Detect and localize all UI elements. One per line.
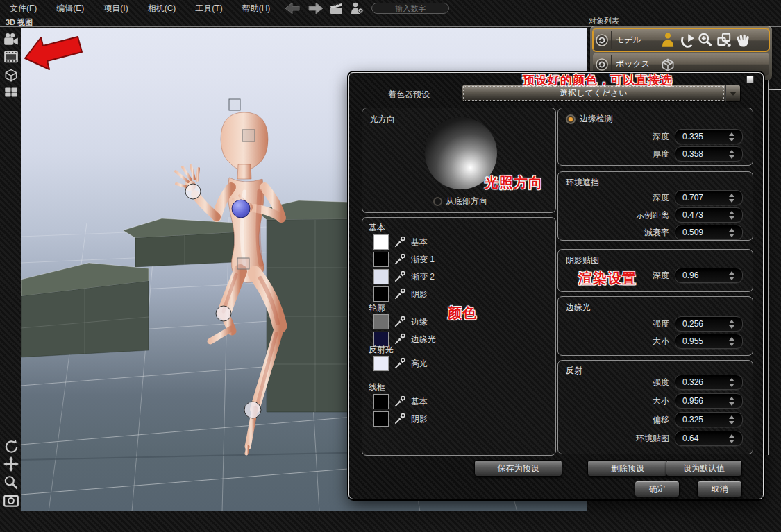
spin-up-icon[interactable] <box>729 132 734 136</box>
spinner[interactable] <box>729 194 739 203</box>
color-swatch[interactable] <box>373 314 389 329</box>
menu-help[interactable]: 帮助(H) <box>233 1 280 16</box>
movie-camera-icon[interactable] <box>3 31 19 48</box>
eyedropper-icon[interactable] <box>393 412 407 426</box>
spinner[interactable] <box>729 397 739 406</box>
color-swatch[interactable] <box>373 356 389 371</box>
spin-down-icon[interactable] <box>729 199 734 203</box>
number-field[interactable]: 0.956 <box>675 393 743 409</box>
spinner[interactable] <box>729 434 739 443</box>
spin-down-icon[interactable] <box>729 138 734 141</box>
spin-down-icon[interactable] <box>729 402 734 406</box>
dialog-close-button[interactable] <box>746 76 754 83</box>
number-field[interactable]: 0.358 <box>675 146 743 162</box>
spin-up-icon[interactable] <box>729 271 734 275</box>
radio-icon[interactable] <box>433 197 442 206</box>
forward-arrow-icon[interactable] <box>306 1 324 15</box>
number-field[interactable]: 0.707 <box>675 190 743 205</box>
number-field[interactable]: 0.335 <box>675 129 743 144</box>
spinner[interactable] <box>729 320 739 329</box>
spin-down-icon[interactable] <box>729 343 734 346</box>
visibility-toggle-icon[interactable] <box>595 33 609 47</box>
spinner[interactable] <box>729 211 739 220</box>
handle-square-forehead[interactable] <box>242 130 255 141</box>
number-field[interactable]: 0.96 <box>675 268 743 283</box>
clapperboard-icon[interactable] <box>328 1 345 15</box>
mannequin-figure[interactable] <box>176 112 281 454</box>
number-field[interactable]: 0.256 <box>675 316 743 332</box>
spin-down-icon[interactable] <box>729 325 734 329</box>
back-arrow-icon[interactable] <box>284 1 302 15</box>
film-strip-icon[interactable] <box>3 49 19 65</box>
eyedropper-icon[interactable] <box>393 235 407 249</box>
eyedropper-icon[interactable] <box>393 395 407 409</box>
delete-preset-button[interactable]: 删除预设 <box>587 460 668 477</box>
menu-project[interactable]: 项目(I) <box>94 1 137 16</box>
zoom-plus-icon[interactable] <box>696 32 714 49</box>
zoom-view-icon[interactable] <box>3 474 19 491</box>
spin-up-icon[interactable] <box>729 397 734 400</box>
save-preset-button[interactable]: 保存为预设 <box>474 460 562 477</box>
object-row-model[interactable]: モデル <box>593 28 769 51</box>
eyedropper-icon[interactable] <box>393 332 407 346</box>
handle-circle-knee[interactable] <box>216 306 231 321</box>
spin-up-icon[interactable] <box>729 228 734 232</box>
menu-file[interactable]: 文件(F) <box>0 1 47 16</box>
handle-square-pelvis[interactable] <box>237 258 249 269</box>
visibility-toggle-icon[interactable] <box>595 58 609 71</box>
ok-button[interactable]: 确定 <box>635 481 680 497</box>
number-field[interactable]: 0.325 <box>675 412 743 427</box>
box-cube-icon[interactable] <box>659 56 677 73</box>
number-field[interactable]: 0.955 <box>675 334 743 349</box>
cancel-button[interactable]: 取消 <box>697 481 742 497</box>
spin-down-icon[interactable] <box>729 216 734 220</box>
number-field[interactable]: 0.473 <box>675 207 743 223</box>
spin-up-icon[interactable] <box>729 194 734 197</box>
eyedropper-icon[interactable] <box>393 270 407 284</box>
handle-circle-ankle[interactable] <box>244 402 261 418</box>
color-swatch[interactable] <box>373 252 389 267</box>
color-swatch[interactable] <box>373 286 389 302</box>
hand-icon[interactable] <box>734 32 752 49</box>
spinner[interactable] <box>729 415 739 424</box>
cube-icon[interactable] <box>3 67 19 83</box>
spin-up-icon[interactable] <box>729 415 734 419</box>
eyedropper-icon[interactable] <box>393 315 407 329</box>
eyedropper-icon[interactable] <box>393 252 407 266</box>
spin-down-icon[interactable] <box>729 234 734 237</box>
spin-up-icon[interactable] <box>729 337 734 341</box>
spin-up-icon[interactable] <box>729 434 734 438</box>
spin-down-icon[interactable] <box>729 155 734 159</box>
spinner[interactable] <box>729 150 739 159</box>
menu-camera[interactable]: 相机(C) <box>138 1 186 16</box>
handle-circle-wrist[interactable] <box>185 184 201 199</box>
color-swatch[interactable] <box>373 269 389 284</box>
pan-view-icon[interactable] <box>3 456 19 472</box>
spinner[interactable] <box>729 228 739 237</box>
spin-up-icon[interactable] <box>729 150 734 153</box>
from-bottom-radio-row[interactable]: 从底部方向 <box>433 196 487 207</box>
color-swatch[interactable] <box>373 411 389 427</box>
number-input[interactable] <box>371 3 449 14</box>
spinner[interactable] <box>729 132 739 141</box>
spinner[interactable] <box>729 271 739 280</box>
menu-edit[interactable]: 编辑(E) <box>47 1 94 16</box>
eyedropper-icon[interactable] <box>393 287 407 301</box>
spin-down-icon[interactable] <box>729 384 734 387</box>
rotate-pin-icon[interactable] <box>678 32 696 49</box>
number-field[interactable]: 0.64 <box>675 431 743 446</box>
number-field[interactable]: 0.509 <box>675 225 743 240</box>
spin-down-icon[interactable] <box>729 421 734 424</box>
color-swatch[interactable] <box>373 394 389 409</box>
user-gear-icon[interactable] <box>349 1 364 15</box>
spin-up-icon[interactable] <box>729 211 734 214</box>
spin-up-icon[interactable] <box>729 378 734 381</box>
spinner[interactable] <box>729 337 739 346</box>
spinner[interactable] <box>729 378 739 387</box>
handle-sphere-blue[interactable] <box>232 200 250 218</box>
layout-panes-icon[interactable] <box>3 84 19 101</box>
frame-view-icon[interactable] <box>3 492 19 509</box>
color-swatch[interactable] <box>373 234 389 250</box>
edge-detect-radio[interactable] <box>566 114 576 124</box>
eyedropper-icon[interactable] <box>393 357 407 370</box>
